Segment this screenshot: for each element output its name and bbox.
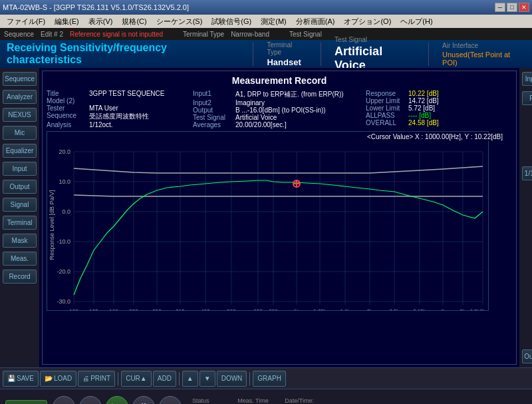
sidebar-nexus[interactable]: NEXUS (3, 108, 37, 122)
meas-time-box: Meas. Time 00:00.00 (237, 397, 279, 404)
title-bar-text: MTA-02WB-S - [3GPP TS26.131 V5.1.0/TS26.… (3, 3, 495, 11)
sidebar-mask[interactable]: Mask (3, 234, 37, 248)
toolbar-save[interactable]: 💾 SAVE (3, 371, 39, 387)
left-sidebar: Sequence Analyzer NEXUS Mic Equalizer In… (0, 68, 39, 367)
maximize-button[interactable]: □ (507, 3, 517, 12)
toolbar-print[interactable]: 🖨 PRINT (78, 371, 115, 387)
toolbar-sep2 (179, 372, 180, 385)
status-box: Status Ready... (192, 397, 232, 404)
svg-text:630: 630 (253, 308, 263, 311)
sidebar-analyzer[interactable]: Analyzer (3, 90, 37, 104)
air-interface-label: Air Interface (442, 42, 525, 49)
right-btn-input-a1[interactable]: Input A1 (522, 72, 532, 86)
title-bar: MTA-02WB-S - [3GPP TS26.131 V5.1.0/TS26.… (0, 0, 532, 15)
menu-help[interactable]: ヘルプ(H) (396, 16, 436, 27)
cursor-label: <Cursor Value> X : 1000.00[Hz], Y : 10.2… (364, 132, 505, 141)
info-terminal-value: Narrow-band (231, 31, 269, 38)
menu-view[interactable]: 表示(V) (84, 16, 117, 27)
connect-button[interactable]: Connect (5, 400, 47, 404)
menu-sequence[interactable]: シーケンス(S) (152, 16, 207, 27)
header-test-signal: Test Signal Artificial Voice (334, 36, 415, 73)
right-sidebar: Input A1 Ratio 1/12 oct. Output B (519, 68, 532, 367)
toolbar-graph[interactable]: GRAPH (253, 371, 286, 387)
svg-text:500: 500 (227, 308, 236, 311)
transport-controls: ■ ◀◀ ▶ ⏸ ▶▶ (53, 396, 182, 404)
pause-button[interactable]: ⏸ (132, 396, 155, 404)
record-left-col: Title3GPP TEST SEQUENCE Model (2) Tester… (47, 90, 193, 128)
sidebar-sequence[interactable]: Sequence (3, 72, 37, 86)
sidebar-input[interactable]: Input (3, 162, 37, 176)
svg-text:125: 125 (89, 308, 98, 311)
rewind-button[interactable]: ◀◀ (79, 396, 102, 404)
toolbar-sep3 (249, 372, 250, 385)
svg-text:2.5k: 2.5k (389, 308, 400, 311)
svg-text:160: 160 (109, 308, 118, 311)
header-air-interface: Air Interface Unused(Test Point at POI) (442, 42, 525, 67)
right-btn-ratio[interactable]: Ratio (522, 91, 532, 105)
svg-text:800: 800 (269, 308, 278, 311)
toolbar-cur-up[interactable]: CUR▲ (121, 371, 152, 387)
toolbar-down-btn[interactable]: ▼ (200, 371, 215, 387)
svg-text:6.3k: 6.3k (469, 308, 480, 311)
info-bar: Sequence Edit # 2 Reference signal is no… (0, 28, 532, 40)
print-icon: 🖨 (82, 375, 89, 382)
toolbar-add[interactable]: ADD (153, 371, 176, 387)
menu-bar: ファイル(F) 編集(E) 表示(V) 規格(C) シーケンス(S) 試験信号(… (0, 15, 532, 28)
load-label: LOAD (54, 375, 72, 382)
air-interface-value: Unused(Test Point at POI) (442, 51, 525, 67)
sidebar-terminal[interactable]: Terminal (3, 216, 37, 230)
menu-file[interactable]: ファイル(F) (3, 16, 49, 27)
terminal-type-value: Handset (267, 57, 307, 67)
toolbar-load[interactable]: 📂 LOAD (40, 371, 76, 387)
right-btn-output-b[interactable]: Output B (522, 349, 532, 363)
record-title: Measurement Record (47, 75, 512, 86)
header-sep2 (321, 42, 321, 66)
datetime-label: Date/Time: (285, 397, 371, 404)
menu-measure[interactable]: 測定(M) (257, 16, 291, 27)
toolbar-up[interactable]: ▲ (182, 371, 198, 387)
menu-analysis[interactable]: 分析画面(A) (292, 16, 339, 27)
right-btn-oct[interactable]: 1/12 oct. (522, 166, 532, 180)
minimize-button[interactable]: ─ (495, 3, 505, 12)
header-panel: Receiving Sensitivity/frequency characte… (0, 40, 532, 68)
svg-text:Response Level [dB Pa/V]: Response Level [dB Pa/V] (49, 190, 55, 260)
title-controls: ─ □ ✕ (495, 3, 529, 12)
main-content: Measurement Record Title3GPP TEST SEQUEN… (39, 68, 519, 367)
svg-text:-20.0: -20.0 (57, 268, 71, 275)
svg-text:-30.0: -30.0 (57, 298, 71, 305)
menu-spec[interactable]: 規格(C) (118, 16, 150, 27)
svg-text:2k: 2k (367, 308, 373, 311)
info-warning: Reference signal is not inputted (70, 31, 163, 38)
header-main-title: Receiving Sensitivity/frequency characte… (7, 42, 239, 66)
sidebar-signal[interactable]: Signal (3, 198, 37, 212)
chart-svg: Response Level [dB Pa/V] 20.0 10.0 0.0 -… (47, 131, 489, 311)
sidebar-mic[interactable]: Mic (3, 126, 37, 140)
svg-text:1k: 1k (294, 308, 300, 311)
toolbar-sep1 (118, 372, 118, 385)
svg-text:400: 400 (201, 308, 210, 311)
play-button[interactable]: ▶ (106, 396, 128, 404)
menu-test-signal[interactable]: 試験信号(G) (207, 16, 255, 27)
sidebar-equalizer[interactable]: Equalizer (3, 144, 37, 158)
info-sequence: Sequence (4, 31, 34, 38)
sidebar-output[interactable]: Output (3, 180, 37, 194)
chart-container: <Cursor Value> X : 1000.00[Hz], Y : 10.2… (47, 131, 512, 311)
main-layout: Sequence Analyzer NEXUS Mic Equalizer In… (0, 68, 532, 367)
svg-text:315: 315 (176, 308, 185, 311)
print-label: PRINT (90, 375, 110, 382)
status-label: Status (192, 397, 232, 404)
header-sep1 (253, 42, 253, 66)
meas-time-label: Meas. Time (237, 397, 279, 404)
stop-button[interactable]: ■ (53, 396, 75, 404)
load-icon: 📂 (45, 375, 53, 382)
info-edit: Edit # 2 (41, 31, 63, 38)
sidebar-record[interactable]: Record (3, 270, 37, 284)
svg-text:20.0: 20.0 (59, 148, 71, 155)
sidebar-meas[interactable]: Meas. (3, 252, 37, 266)
fastforward-button[interactable]: ▶▶ (159, 396, 182, 404)
menu-option[interactable]: オプション(O) (340, 16, 395, 27)
info-terminal-label: Terminal Type (183, 31, 224, 38)
toolbar-down[interactable]: DOWN (217, 371, 247, 387)
menu-edit[interactable]: 編集(E) (51, 16, 83, 27)
close-button[interactable]: ✕ (519, 3, 529, 12)
